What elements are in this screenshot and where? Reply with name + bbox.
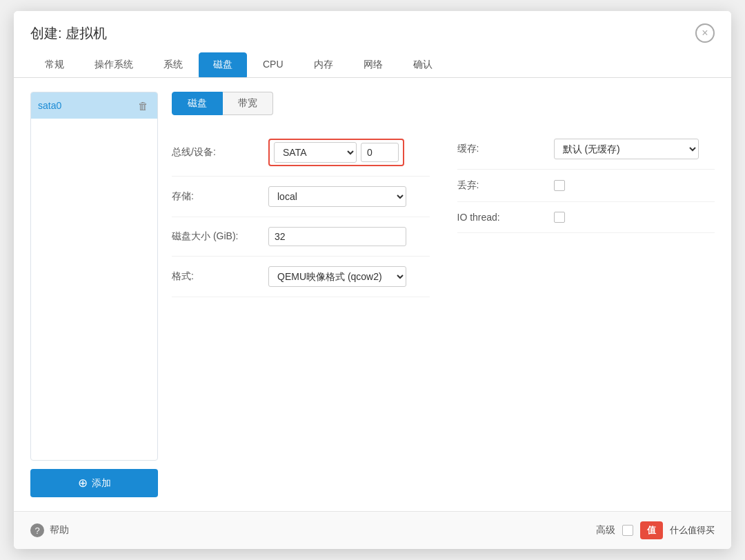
size-label: 磁盘大小 (GiB): bbox=[172, 230, 261, 243]
cache-control-group: 默认 (无缓存) 直接同步 仅写回 写回 不缓存 bbox=[554, 139, 715, 159]
discard-checkbox[interactable] bbox=[554, 180, 565, 191]
size-input[interactable] bbox=[268, 227, 406, 246]
size-control-group bbox=[268, 227, 430, 246]
dialog-header: 创建: 虚拟机 × bbox=[14, 11, 731, 43]
discard-row: 丢弃: bbox=[457, 170, 715, 202]
io-thread-label: IO thread: bbox=[457, 212, 547, 223]
cache-select[interactable]: 默认 (无缓存) 直接同步 仅写回 写回 不缓存 bbox=[554, 139, 699, 159]
disk-item-label: sata0 bbox=[38, 100, 61, 111]
dialog-body: sata0 🗑 ⊕ 添加 磁盘 带宽 总 bbox=[14, 78, 731, 511]
dialog-title: 创建: 虚拟机 bbox=[30, 24, 107, 43]
dialog-footer: ? 帮助 高级 值 什么值得买 bbox=[14, 511, 731, 549]
help-icon[interactable]: ? bbox=[30, 523, 44, 537]
tab-general[interactable]: 常规 bbox=[30, 52, 79, 77]
disk-item-sata0[interactable]: sata0 🗑 bbox=[31, 92, 157, 119]
format-label: 格式: bbox=[172, 270, 261, 283]
discard-label: 丢弃: bbox=[457, 179, 547, 192]
io-thread-row: IO thread: bbox=[457, 202, 715, 233]
footer-left: ? 帮助 bbox=[30, 523, 69, 537]
bus-select[interactable]: IDE SATA SCSI VirtIO USB bbox=[274, 142, 357, 163]
io-thread-checkbox[interactable] bbox=[554, 212, 565, 223]
device-input[interactable] bbox=[361, 143, 399, 162]
storage-select[interactable]: local local-lvm bbox=[268, 186, 406, 207]
form-grid: 总线/设备: IDE SATA SCSI VirtIO USB bbox=[172, 129, 715, 297]
advanced-label: 高级 bbox=[596, 524, 615, 537]
storage-label: 存储: bbox=[172, 190, 261, 203]
close-button[interactable]: × bbox=[695, 23, 715, 43]
left-panel: sata0 🗑 ⊕ 添加 bbox=[30, 92, 158, 497]
tab-system[interactable]: 系统 bbox=[149, 52, 197, 77]
add-button-label: 添加 bbox=[92, 477, 111, 490]
bus-device-highlight: IDE SATA SCSI VirtIO USB bbox=[268, 139, 404, 166]
size-row: 磁盘大小 (GiB): bbox=[172, 217, 430, 257]
nav-tabs: 常规 操作系统 系统 磁盘 CPU 内存 网络 确认 bbox=[14, 43, 731, 78]
bus-control-group: IDE SATA SCSI VirtIO USB bbox=[268, 139, 430, 166]
bus-label: 总线/设备: bbox=[172, 146, 261, 159]
storage-control-group: local local-lvm bbox=[268, 186, 430, 207]
advanced-checkbox[interactable] bbox=[622, 525, 633, 536]
create-vm-dialog: 创建: 虚拟机 × 常规 操作系统 系统 磁盘 CPU 内存 网络 确认 sat… bbox=[14, 11, 731, 549]
disk-delete-icon[interactable]: 🗑 bbox=[135, 98, 150, 113]
add-disk-button[interactable]: ⊕ 添加 bbox=[30, 469, 158, 497]
add-icon: ⊕ bbox=[78, 476, 88, 490]
tab-confirm[interactable]: 确认 bbox=[399, 52, 447, 77]
storage-row: 存储: local local-lvm bbox=[172, 177, 430, 217]
cache-label: 缓存: bbox=[457, 143, 547, 155]
cache-row: 缓存: 默认 (无缓存) 直接同步 仅写回 写回 不缓存 bbox=[457, 129, 715, 170]
tab-network[interactable]: 网络 bbox=[349, 52, 397, 77]
tab-disk[interactable]: 磁盘 bbox=[199, 52, 247, 77]
form-left-col: 总线/设备: IDE SATA SCSI VirtIO USB bbox=[172, 129, 430, 297]
brand-badge: 值 bbox=[640, 521, 663, 539]
form-right-col: 缓存: 默认 (无缓存) 直接同步 仅写回 写回 不缓存 bbox=[457, 129, 715, 297]
disk-list: sata0 🗑 bbox=[30, 92, 158, 461]
bus-device-row: 总线/设备: IDE SATA SCSI VirtIO USB bbox=[172, 129, 430, 177]
tab-cpu[interactable]: CPU bbox=[248, 52, 298, 77]
io-thread-control-group bbox=[554, 212, 715, 223]
brand-text: 什么值得买 bbox=[670, 524, 715, 537]
discard-control-group bbox=[554, 180, 715, 191]
tab-os[interactable]: 操作系统 bbox=[80, 52, 148, 77]
tab-memory[interactable]: 内存 bbox=[299, 52, 348, 77]
right-panel: 磁盘 带宽 总线/设备: IDE SATA bbox=[172, 92, 715, 497]
help-label: 帮助 bbox=[50, 524, 69, 537]
format-control-group: QEMU映像格式 (qcow2) 原始磁盘映像 (raw) VMware映像格式… bbox=[268, 266, 430, 287]
format-select[interactable]: QEMU映像格式 (qcow2) 原始磁盘映像 (raw) VMware映像格式… bbox=[268, 266, 406, 287]
sub-tabs: 磁盘 带宽 bbox=[172, 92, 715, 115]
sub-tab-bandwidth[interactable]: 带宽 bbox=[223, 92, 273, 115]
footer-right: 高级 值 什么值得买 bbox=[596, 521, 715, 539]
sub-tab-disk[interactable]: 磁盘 bbox=[172, 92, 223, 115]
format-row: 格式: QEMU映像格式 (qcow2) 原始磁盘映像 (raw) VMware… bbox=[172, 257, 430, 297]
